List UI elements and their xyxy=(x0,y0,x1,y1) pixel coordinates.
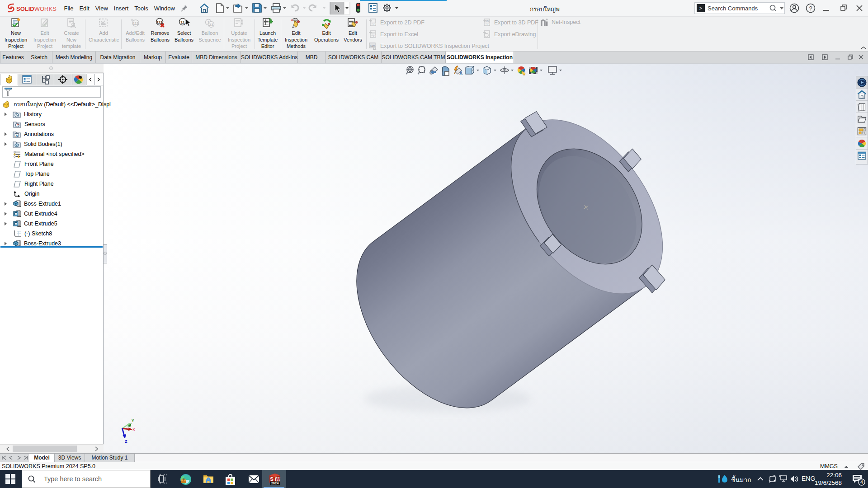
svg-text:111: 111 xyxy=(132,21,139,26)
svg-text:x: x xyxy=(133,427,135,432)
svg-text:PDF: PDF xyxy=(371,23,376,26)
svg-text:PDF: PDF xyxy=(485,23,490,26)
svg-text:23: 23 xyxy=(209,23,213,27)
svg-text:111: 111 xyxy=(156,20,163,24)
svg-text:A: A xyxy=(15,133,18,137)
svg-text:Y: Y xyxy=(132,418,134,423)
svg-text:A: A xyxy=(459,71,462,76)
svg-text:SOLIDWORKS: SOLIDWORKS xyxy=(16,5,57,12)
svg-text:X: X xyxy=(374,35,376,38)
svg-text:SW: SW xyxy=(370,44,375,47)
svg-text:Z: Z xyxy=(125,439,127,444)
svg-text:?: ? xyxy=(809,5,812,12)
svg-text:3D: 3D xyxy=(486,20,489,23)
svg-text:11: 11 xyxy=(180,20,185,24)
svg-text:4: 4 xyxy=(860,479,863,485)
svg-text:2024: 2024 xyxy=(271,481,279,485)
